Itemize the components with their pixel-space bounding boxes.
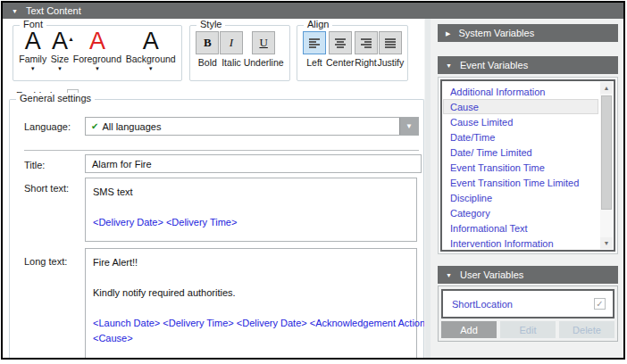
check-icon: ✔	[91, 121, 98, 131]
panel-scroll-strip[interactable]	[424, 19, 431, 358]
event-variable-item[interactable]: Cause Limited	[442, 114, 599, 129]
align-group-label: Align	[304, 19, 332, 29]
text-content-editor-panel: Font A Family ▼ A▲ Size ▼ A Foreground	[3, 19, 424, 358]
scrollbar-thumb[interactable]	[601, 95, 612, 210]
align-group: Align Left Center	[297, 25, 408, 81]
event-variable-item-selected[interactable]: Cause	[443, 99, 598, 114]
event-variable-item[interactable]: Date/Time	[442, 129, 599, 145]
long-text-line1: Fire Alert!!	[93, 255, 409, 270]
text-content-window: ▼ Text Content Font A Family ▼ A▲ Size ▼	[1, 1, 625, 360]
font-family-button[interactable]: A Family ▼	[19, 29, 46, 71]
scroll-down-icon[interactable]: ▼	[600, 237, 613, 249]
long-text-line2: Kindly notify required authorities.	[93, 285, 409, 301]
align-right-button[interactable]: Right	[355, 31, 378, 68]
short-text-variable-tokens: <Delivery Date> <Delivery Time>	[93, 215, 409, 230]
chevron-down-icon[interactable]: ▼	[57, 66, 63, 71]
language-dropdown[interactable]: ✔ All languages ▼	[85, 117, 419, 136]
title-label: Title:	[24, 160, 45, 170]
long-text-variable-tokens-line1: <Launch Date> <Delivery Time> <Delivery …	[93, 316, 409, 331]
scroll-up-icon[interactable]: ▲	[600, 82, 613, 94]
event-variables-title: Event Variables	[460, 60, 528, 70]
font-background-button[interactable]: A Background ▼	[126, 29, 176, 71]
system-variables-title: System Variables	[458, 28, 534, 38]
style-group: Style B Bold I Italic U Underline	[189, 25, 290, 81]
underline-icon: U	[259, 36, 267, 50]
event-variable-item[interactable]: Category	[442, 205, 599, 220]
user-variables-header[interactable]: ▼ User Variables	[438, 266, 618, 284]
separator-line	[24, 150, 419, 151]
event-variable-item[interactable]: Event Transition Time	[442, 160, 599, 175]
event-variable-item[interactable]: Informational Text	[442, 220, 599, 236]
align-right-icon	[360, 37, 372, 48]
user-variable-name: ShortLocation	[452, 299, 594, 310]
font-group: Font A Family ▼ A▲ Size ▼ A Foreground	[13, 25, 182, 81]
align-justify-button[interactable]: Justify	[378, 31, 405, 68]
short-text-label: Short text:	[24, 183, 69, 194]
system-variables-header[interactable]: ▶ System Variables	[438, 24, 618, 42]
language-value: All languages	[102, 121, 399, 132]
align-center-button[interactable]: Center	[326, 31, 355, 68]
expand-right-icon: ▶	[446, 30, 450, 37]
delete-button[interactable]: Delete	[559, 321, 614, 338]
general-settings-label: General settings	[16, 93, 95, 103]
align-justify-icon	[384, 37, 397, 48]
short-text-line: SMS text	[93, 185, 409, 200]
underline-button[interactable]: U Underline	[244, 31, 284, 68]
add-button[interactable]: Add	[441, 321, 497, 338]
italic-icon: I	[230, 36, 233, 50]
text-content-header[interactable]: ▼ Text Content	[3, 3, 623, 19]
long-text-variable-tokens-line2: <Cause>	[93, 331, 409, 346]
user-variables-title: User Variables	[460, 269, 523, 280]
long-text-textarea[interactable]: Fire Alert!! Kindly notify required auth…	[85, 248, 417, 358]
chevron-down-icon[interactable]: ▼	[30, 66, 36, 71]
event-variable-item[interactable]: Discipline	[442, 190, 599, 205]
title-value: Alarm for Fire	[92, 159, 152, 170]
language-label: Language:	[24, 121, 71, 132]
event-variables-header[interactable]: ▼ Event Variables	[438, 56, 618, 74]
style-group-label: Style	[196, 19, 225, 29]
edit-button[interactable]: Edit	[500, 321, 556, 338]
user-variable-checkbox[interactable]: ✓	[594, 298, 606, 310]
dropdown-arrow-button[interactable]: ▼	[399, 118, 418, 135]
event-variables-listbox: Additional Information Cause Cause Limit…	[440, 79, 615, 252]
short-text-textarea[interactable]: SMS text <Delivery Date> <Delivery Time>	[85, 178, 417, 242]
user-variables-container: ShortLocation ✓ Add Edit Delete	[438, 285, 618, 342]
user-variable-row[interactable]: ShortLocation ✓	[441, 289, 614, 318]
collapse-down-icon: ▼	[446, 272, 452, 278]
event-variable-item[interactable]: Event Transition Time Limited	[442, 175, 599, 190]
font-family-icon: A	[25, 29, 41, 53]
font-size-button[interactable]: A▲ Size ▼	[51, 29, 69, 71]
event-variable-item[interactable]: Additional Information	[442, 84, 599, 99]
font-foreground-button[interactable]: A Foreground ▼	[73, 29, 121, 71]
chevron-down-icon[interactable]: ▼	[148, 66, 154, 71]
event-variable-item[interactable]: Date/ Time Limited	[442, 145, 599, 160]
foreground-color-icon: A	[89, 29, 105, 53]
collapse-down-icon: ▼	[446, 62, 452, 69]
event-variable-item[interactable]: Intervention Information	[442, 236, 599, 251]
event-variables-list-container: Additional Information Cause Cause Limit…	[438, 77, 618, 254]
title-input[interactable]: Alarm for Fire	[85, 154, 422, 173]
background-color-icon: A	[143, 29, 159, 53]
italic-button[interactable]: I Italic	[220, 31, 243, 68]
window-title: Text Content	[26, 5, 81, 16]
bold-button[interactable]: B Bold	[196, 31, 219, 68]
align-center-icon	[334, 37, 347, 48]
align-left-button[interactable]: Left	[303, 31, 326, 68]
bold-icon: B	[204, 36, 212, 50]
variables-panel: ▶ System Variables ▼ Event Variables Add…	[431, 19, 623, 358]
event-variables-scrollbar[interactable]: ▲ ▼	[600, 82, 613, 249]
long-text-label: Long text:	[24, 256, 67, 267]
chevron-down-icon[interactable]: ▼	[95, 66, 100, 71]
font-size-icon: A▲	[52, 29, 68, 53]
collapse-icon: ▼	[12, 8, 18, 14]
align-left-icon	[308, 37, 321, 48]
